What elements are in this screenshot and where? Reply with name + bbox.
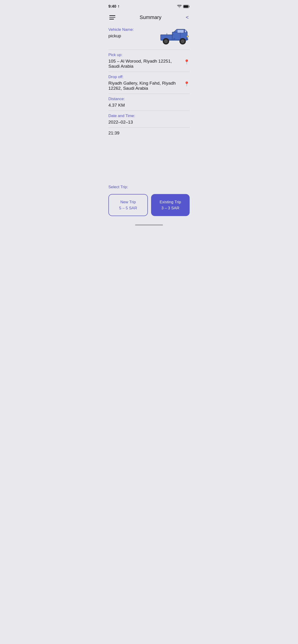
dropoff-row: Riyadh Gallery, King Fahd, Riyadh 12262,… <box>108 81 190 91</box>
existing-trip-line2: 3 – 3 SAR <box>161 206 179 210</box>
dropoff-location-icon[interactable]: 📍 <box>184 81 190 87</box>
svg-point-18 <box>165 41 166 42</box>
time-section: 21:39 <box>108 128 190 138</box>
dropoff-value: Riyadh Gallery, King Fahd, Riyadh 12262,… <box>108 81 184 91</box>
pickup-value: 105 – Al Worood, Riyadh 12251, Saudi Ara… <box>108 59 184 69</box>
svg-rect-5 <box>177 30 184 33</box>
vehicle-info: Vehicle Name: pickup <box>108 27 159 38</box>
page-title: Summary <box>140 14 162 20</box>
pickup-label: Pick up: <box>108 52 190 57</box>
svg-rect-19 <box>187 36 188 37</box>
vehicle-value: pickup <box>108 34 159 38</box>
header: Summary < <box>104 11 194 25</box>
status-time: 9:40 <box>108 4 120 9</box>
distance-value: 4.37 KM <box>108 103 190 108</box>
time-value: 21:39 <box>108 130 190 136</box>
trip-buttons: New Trip 5 – 5 SAR Existing Trip 3 – 3 S… <box>108 194 190 216</box>
dropoff-label: Drop off: <box>108 75 190 79</box>
date-time-label: Date and Time: <box>108 114 190 118</box>
distance-section: Distance: 4.37 KM <box>108 94 190 110</box>
vehicle-section: Vehicle Name: pickup <box>108 25 190 50</box>
date-time-section: Date and Time: 2022–02–13 <box>108 110 190 128</box>
existing-trip-button[interactable]: Existing Trip 3 – 3 SAR <box>151 194 190 216</box>
new-trip-line2: 5 – 5 SAR <box>119 206 137 210</box>
main-content: Vehicle Name: pickup <box>104 25 194 138</box>
svg-point-14 <box>182 41 183 42</box>
date-value: 2022–02–13 <box>108 120 190 125</box>
status-bar: 9:40 <box>104 0 194 11</box>
back-button[interactable]: < <box>185 14 190 21</box>
select-trip-label: Select Trip: <box>108 185 190 190</box>
battery-icon <box>183 5 190 8</box>
dropoff-section: Drop off: Riyadh Gallery, King Fahd, Riy… <box>108 72 190 94</box>
truck-illustration <box>159 27 190 46</box>
wifi-icon <box>177 5 182 8</box>
pickup-row: 105 – Al Worood, Riyadh 12251, Saudi Ara… <box>108 59 190 69</box>
status-icons <box>177 5 190 8</box>
vehicle-label: Vehicle Name: <box>108 27 159 32</box>
pickup-location-icon[interactable]: 📍 <box>184 59 190 65</box>
content-spacer <box>104 138 194 185</box>
home-indicator-bar <box>135 224 163 226</box>
truck-svg <box>159 27 190 45</box>
menu-button[interactable] <box>108 14 116 20</box>
select-trip-section: Select Trip: New Trip 5 – 5 SAR Existing… <box>104 185 194 222</box>
new-trip-button[interactable]: New Trip 5 – 5 SAR <box>108 194 148 216</box>
new-trip-line1: New Trip <box>120 200 136 204</box>
location-status-icon <box>117 5 120 8</box>
pickup-section: Pick up: 105 – Al Worood, Riyadh 12251, … <box>108 50 190 72</box>
existing-trip-line1: Existing Trip <box>160 200 181 204</box>
home-indicator <box>104 222 194 228</box>
distance-label: Distance: <box>108 97 190 101</box>
svg-rect-6 <box>184 30 186 32</box>
time-display: 9:40 <box>108 4 116 9</box>
svg-rect-2 <box>184 5 188 8</box>
